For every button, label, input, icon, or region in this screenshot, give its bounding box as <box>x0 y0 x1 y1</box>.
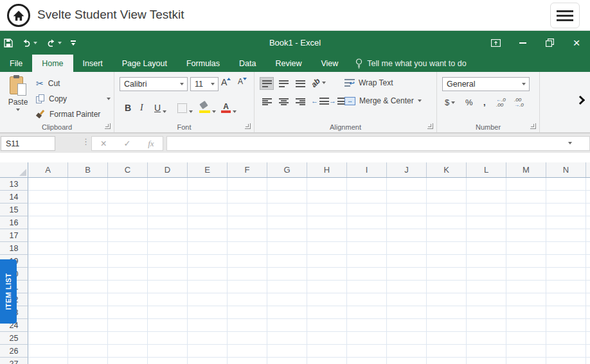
cell-D14[interactable] <box>148 191 188 204</box>
cell-B26[interactable] <box>68 345 108 358</box>
cell-I24[interactable] <box>347 319 387 332</box>
column-header-C[interactable]: C <box>108 162 148 177</box>
column-header-M[interactable]: M <box>506 162 546 177</box>
cell-M23[interactable] <box>506 306 546 319</box>
cell-N13[interactable] <box>546 178 586 191</box>
cell-H14[interactable] <box>307 191 347 204</box>
cell-G26[interactable] <box>267 345 307 358</box>
cell-G13[interactable] <box>267 178 307 191</box>
decrease-decimal-button[interactable]: .00 →.0 <box>514 98 524 108</box>
row-header-15[interactable]: 15 <box>0 204 28 216</box>
cell-M19[interactable] <box>506 255 546 268</box>
cell-N27[interactable] <box>546 358 586 364</box>
cell-B24[interactable] <box>68 319 108 332</box>
paste-button[interactable]: Paste <box>3 75 33 125</box>
cell-F25[interactable] <box>228 332 267 345</box>
minimize-button[interactable] <box>509 31 536 55</box>
cell-M27[interactable] <box>506 358 546 364</box>
paste-dropdown-caret[interactable] <box>16 108 20 111</box>
cell-B17[interactable] <box>68 229 108 242</box>
cell-E18[interactable] <box>188 242 228 255</box>
select-all-corner[interactable] <box>0 162 28 177</box>
home-button[interactable] <box>7 4 30 27</box>
increase-decimal-button[interactable]: ←.0 .00 <box>496 98 506 108</box>
cell-J24[interactable] <box>387 319 427 332</box>
cell-C23[interactable] <box>108 306 148 319</box>
cell-B18[interactable] <box>68 242 108 255</box>
cell-G27[interactable] <box>267 358 307 364</box>
cell-I19[interactable] <box>347 255 387 268</box>
cell-K17[interactable] <box>427 229 467 242</box>
cell-K15[interactable] <box>427 204 467 216</box>
cell-M26[interactable] <box>506 345 546 358</box>
cell-D17[interactable] <box>148 229 188 242</box>
font-dialog-launcher[interactable] <box>245 123 251 129</box>
cell-M24[interactable] <box>506 319 546 332</box>
cell-A15[interactable] <box>28 204 68 216</box>
cell-L21[interactable] <box>467 281 506 293</box>
merge-center-button[interactable]: ↔ Merge & Center <box>344 96 422 105</box>
tab-data[interactable]: Data <box>229 55 265 72</box>
cell-N26[interactable] <box>546 345 586 358</box>
row-header-26[interactable]: 26 <box>0 345 28 358</box>
orientation-button[interactable]: ab <box>311 78 326 87</box>
cell-N16[interactable] <box>546 216 586 229</box>
cell-N14[interactable] <box>546 191 586 204</box>
cell-C18[interactable] <box>108 242 148 255</box>
cell-I18[interactable] <box>347 242 387 255</box>
cell-I25[interactable] <box>347 332 387 345</box>
cell-L18[interactable] <box>467 242 506 255</box>
cell-H25[interactable] <box>307 332 347 345</box>
cancel-button[interactable]: × <box>100 139 106 149</box>
cell-I27[interactable] <box>347 358 387 364</box>
cell-C15[interactable] <box>108 204 148 216</box>
expand-formula-bar-caret[interactable] <box>568 142 572 144</box>
cell-A14[interactable] <box>28 191 68 204</box>
middle-align-button[interactable] <box>276 77 291 90</box>
copy-button[interactable]: Copy <box>36 92 111 105</box>
cell-M13[interactable] <box>506 178 546 191</box>
row-header-27[interactable]: 27 <box>0 358 28 364</box>
cell-L19[interactable] <box>467 255 506 268</box>
cell-A19[interactable] <box>28 255 68 268</box>
cell-K22[interactable] <box>427 293 467 306</box>
cell-M21[interactable] <box>506 281 546 293</box>
cell-D15[interactable] <box>148 204 188 216</box>
row-header-16[interactable]: 16 <box>0 216 28 229</box>
cell-K23[interactable] <box>427 306 467 319</box>
hamburger-menu-button[interactable] <box>550 3 580 28</box>
cell-A25[interactable] <box>28 332 68 345</box>
cell-D13[interactable] <box>148 178 188 191</box>
cell-E15[interactable] <box>188 204 228 216</box>
cell-A17[interactable] <box>28 229 68 242</box>
cell-A16[interactable] <box>28 216 68 229</box>
tab-file[interactable]: File <box>0 55 32 72</box>
bottom-align-button[interactable] <box>293 77 307 90</box>
cell-H24[interactable] <box>307 319 347 332</box>
cell-L15[interactable] <box>467 204 506 216</box>
cell-B20[interactable] <box>68 268 108 281</box>
cell-I20[interactable] <box>347 268 387 281</box>
decrease-indent-button[interactable]: ← <box>311 98 329 105</box>
cell-D25[interactable] <box>148 332 188 345</box>
cell-A21[interactable] <box>28 281 68 293</box>
cell-I21[interactable] <box>347 281 387 293</box>
cell-C24[interactable] <box>108 319 148 332</box>
cell-H26[interactable] <box>307 345 347 358</box>
cell-C26[interactable] <box>108 345 148 358</box>
cell-H23[interactable] <box>307 306 347 319</box>
cell-E14[interactable] <box>188 191 228 204</box>
cell-N23[interactable] <box>546 306 586 319</box>
cell-A13[interactable] <box>28 178 68 191</box>
cell-D16[interactable] <box>148 216 188 229</box>
cell-A22[interactable] <box>28 293 68 306</box>
cell-D26[interactable] <box>148 345 188 358</box>
cell-G22[interactable] <box>267 293 307 306</box>
cell-F26[interactable] <box>228 345 267 358</box>
cell-F18[interactable] <box>228 242 267 255</box>
cell-H22[interactable] <box>307 293 347 306</box>
cell-B27[interactable] <box>68 358 108 364</box>
cell-K21[interactable] <box>427 281 467 293</box>
cell-H27[interactable] <box>307 358 347 364</box>
cell-M17[interactable] <box>506 229 546 242</box>
